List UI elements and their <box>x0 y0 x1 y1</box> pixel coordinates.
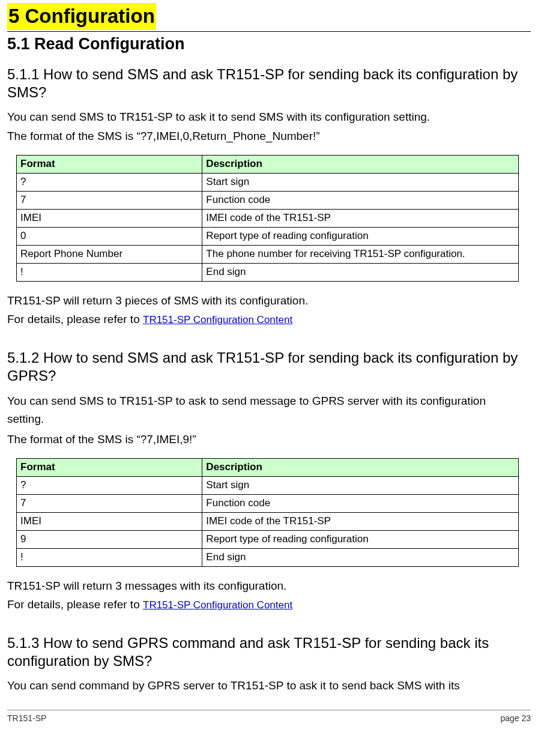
table-row: Report Phone NumberThe phone number for … <box>17 245 519 263</box>
table-header: Description <box>202 459 519 477</box>
section-title: 5.1 Read Configuration <box>7 33 531 55</box>
paragraph: TR151-SP will return 3 pieces of SMS wit… <box>7 292 531 309</box>
paragraph: You can send command by GPRS server to T… <box>7 677 531 694</box>
table-header: Description <box>202 156 519 174</box>
table-header: Format <box>17 459 202 477</box>
page-footer: TR151-SP page 23 <box>7 710 531 724</box>
format-table-1: Format Description ?Start sign 7Function… <box>16 155 519 282</box>
table-row: ?Start sign <box>17 477 519 495</box>
table-row: 7Function code <box>17 495 519 513</box>
config-content-link[interactable]: TR151-SP Configuration Content <box>143 599 292 611</box>
table-row: 9Report type of reading configuration <box>17 530 519 548</box>
chapter-title: 5 Configuration <box>7 3 156 30</box>
subsection-title-2: 5.1.2 How to send SMS and ask TR151-SP f… <box>7 349 531 385</box>
paragraph: For details, please refer to TR151-SP Co… <box>7 596 531 613</box>
paragraph: For details, please refer to TR151-SP Co… <box>7 311 531 328</box>
paragraph: TR151-SP will return 3 messages with its… <box>7 578 531 594</box>
format-table-2: Format Description ?Start sign 7Function… <box>16 458 519 567</box>
config-content-link[interactable]: TR151-SP Configuration Content <box>143 314 292 325</box>
paragraph: The format of the SMS is “?7,IMEI,0,Retu… <box>7 128 531 145</box>
footer-right: page 23 <box>500 713 531 724</box>
table-row: IMEIIMEI code of the TR151-SP <box>17 209 519 227</box>
footer-left: TR151-SP <box>7 713 46 724</box>
subsection-title-3: 5.1.3 How to send GPRS command and ask T… <box>7 634 531 670</box>
table-row: !End sign <box>17 548 519 566</box>
paragraph: The format of the SMS is “?7,IMEI,9!” <box>7 431 531 448</box>
table-row: 7Function code <box>17 191 519 209</box>
paragraph: You can send SMS to TR151-SP to ask it t… <box>7 109 531 125</box>
table-header: Format <box>17 156 202 174</box>
table-row: !End sign <box>17 263 519 281</box>
table-row: ?Start sign <box>17 174 519 192</box>
paragraph: You can send SMS to TR151-SP to ask to s… <box>7 392 531 429</box>
table-row: IMEIIMEI code of the TR151-SP <box>17 512 519 530</box>
table-row: 0Report type of reading configuration <box>17 227 519 245</box>
subsection-title-1: 5.1.1 How to send SMS and ask TR151-SP f… <box>7 65 531 101</box>
